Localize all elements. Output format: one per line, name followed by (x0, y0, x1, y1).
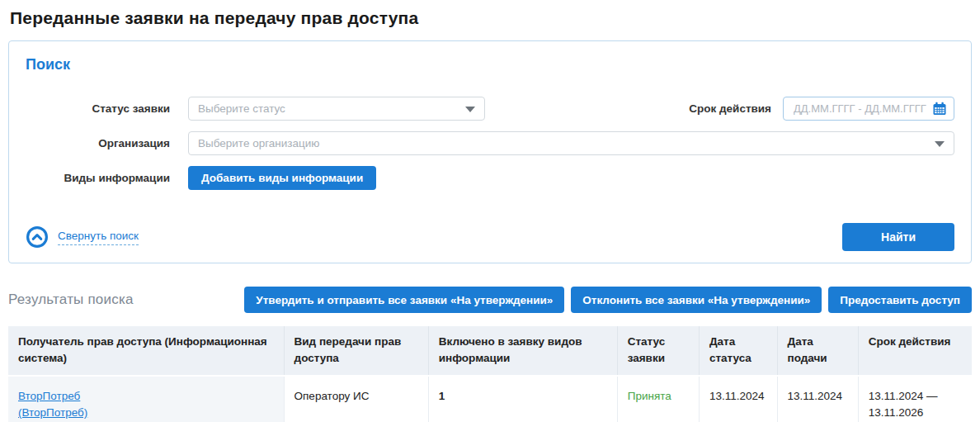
chevron-down-icon (465, 107, 475, 112)
results-heading: Результаты поиска (8, 292, 134, 308)
calendar-icon[interactable] (932, 102, 947, 116)
header-validity: Срок действия (858, 326, 972, 376)
recipient-link[interactable]: ВторПотреб (ВторПотреб) (18, 388, 274, 420)
header-recipient: Получатель прав доступа (Информационная … (8, 326, 284, 376)
recipient-system: (ВторПотреб) (18, 405, 274, 421)
page-title: Переданные заявки на передачу прав досту… (10, 8, 972, 28)
header-status: Статус заявки (617, 326, 699, 376)
cell-validity: 13.11.2024 — 13.11.2026 (858, 376, 972, 422)
recipient-name: ВторПотреб (18, 388, 274, 405)
results-bar: Результаты поиска Утвердить и отправить … (8, 287, 972, 313)
search-row-info-types: Виды информации Добавить виды информации (26, 166, 954, 190)
search-row-organization: Организация Выберите организацию (26, 131, 954, 155)
validity-label: Срок действия (689, 102, 771, 115)
cell-status: Принята (617, 376, 699, 422)
info-types-label: Виды информации (26, 172, 170, 184)
header-info-count: Включено в заявку видов информации (428, 326, 617, 376)
page: Переданные заявки на передачу прав досту… (0, 0, 980, 422)
status-select-placeholder: Выберите статус (198, 102, 285, 115)
results-actions: Утвердить и отправить все заявки «На утв… (244, 287, 972, 313)
validity-group: Срок действия (689, 97, 954, 121)
organization-select[interactable]: Выберите организацию (188, 131, 954, 155)
organization-label: Организация (26, 137, 170, 149)
collapse-search-label: Свернуть поиск (58, 230, 139, 245)
cell-transfer-type: Оператору ИС (284, 376, 428, 422)
search-heading: Поиск (26, 56, 954, 73)
search-panel-footer: Свернуть поиск Найти (26, 223, 954, 251)
grant-access-button[interactable]: Предоставить доступ (828, 287, 972, 313)
search-row-status: Статус заявки Выберите статус Срок дейст… (26, 97, 954, 121)
cell-status-date: 13.11.2024 (699, 376, 777, 422)
header-submit-date: Дата подачи (777, 326, 858, 376)
validity-date-input[interactable] (792, 102, 932, 116)
header-status-date: Дата статуса (699, 326, 777, 376)
results-table: Получатель прав доступа (Информационная … (8, 326, 972, 422)
reject-all-button[interactable]: Отклонить все заявки «На утверждении» (571, 287, 822, 313)
table-header-row: Получатель прав доступа (Информационная … (8, 326, 972, 376)
cell-info-count: 1 (428, 376, 617, 422)
cell-recipient: ВторПотреб (ВторПотреб) (8, 376, 284, 422)
find-button[interactable]: Найти (842, 223, 954, 251)
collapse-search-link[interactable]: Свернуть поиск (26, 225, 139, 249)
header-transfer-type: Вид передачи прав доступа (284, 326, 428, 376)
status-label: Статус заявки (26, 102, 170, 115)
cell-submit-date: 13.11.2024 (777, 376, 858, 422)
add-info-types-button[interactable]: Добавить виды информации (188, 166, 376, 190)
collapse-circle-up-icon (26, 225, 49, 249)
table-row: ВторПотреб (ВторПотреб) Оператору ИС 1 П… (8, 376, 972, 422)
organization-select-placeholder: Выберите организацию (198, 137, 319, 149)
status-select[interactable]: Выберите статус (188, 97, 485, 121)
search-panel: Поиск Статус заявки Выберите статус Срок… (8, 40, 972, 263)
validity-date-range (783, 97, 954, 121)
chevron-down-icon (935, 141, 945, 147)
approve-all-button[interactable]: Утвердить и отправить все заявки «На утв… (244, 287, 564, 313)
